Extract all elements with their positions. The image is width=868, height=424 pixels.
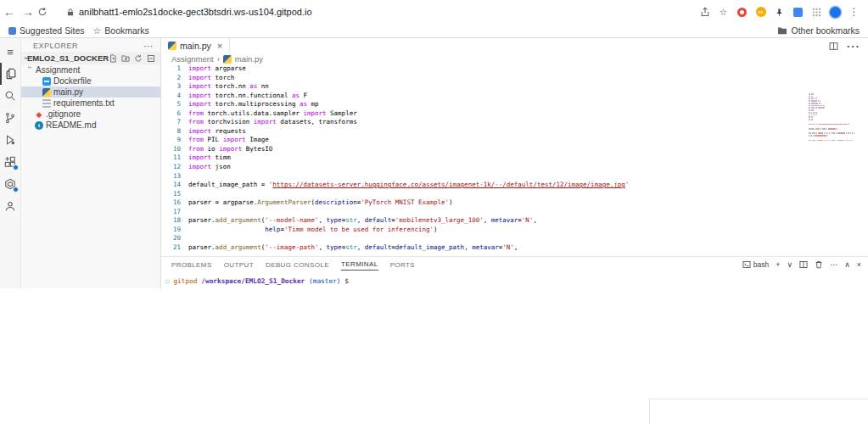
line-number: 18 (161, 216, 188, 226)
line-number: 10 (161, 145, 188, 154)
panel-more-actions-button[interactable]: ⋯ (830, 260, 837, 269)
explorer-more-actions-button[interactable]: ⋯ (144, 41, 154, 52)
code-line[interactable]: 11import timm (161, 153, 868, 163)
terminal[interactable]: ○ gitpod /workspace/EMLO2_S1_Docker (mas… (161, 271, 868, 285)
editor-more-actions-button[interactable]: ⋯ (846, 38, 860, 54)
readme-file-icon (35, 121, 43, 130)
folder-assignment[interactable]: ›Assignment (21, 64, 160, 75)
split-editor-button[interactable] (829, 42, 838, 51)
line-number: 3 (161, 82, 188, 92)
code-line[interactable]: 4import torch.nn.functional as F (161, 92, 868, 101)
code-editor[interactable]: 1import argparse2import torch3import tor… (161, 64, 868, 256)
panel-tab-terminal[interactable]: TERMINAL (341, 258, 378, 271)
menu-button[interactable]: ≡ (0, 41, 20, 63)
explorer-header: EXPLORER ⋯ (21, 38, 160, 52)
new-file-button[interactable] (109, 54, 117, 63)
code-line[interactable]: 5import torch.multiprocessing as mp (161, 100, 868, 109)
panel-tab-ports[interactable]: PORTS (390, 259, 415, 271)
code-line[interactable]: 3import torch.nn as nn (161, 82, 868, 92)
code-text: import torch.nn.functional as F (188, 92, 307, 101)
code-line[interactable]: 20 (161, 234, 868, 243)
extension-red[interactable] (736, 7, 748, 18)
file-main-py[interactable]: main.py (21, 86, 160, 98)
workspace-root-folder[interactable]: › EMLO2_S1_DOCKER (21, 52, 160, 64)
python-file-icon (42, 88, 51, 97)
breadcrumb-folder[interactable]: Assignment (171, 54, 214, 64)
maximize-panel-button[interactable]: ∧ (844, 260, 850, 269)
panel-tab-problems[interactable]: PROBLEMS (171, 259, 212, 271)
code-line[interactable]: 12import json (161, 163, 868, 172)
pin-extension[interactable] (774, 7, 785, 18)
code-line[interactable]: 16parser = argparse.ArgumentParser(descr… (161, 198, 868, 208)
tab-label: main.py (180, 41, 211, 51)
close-panel-button[interactable]: × (857, 260, 861, 269)
other-bookmarks[interactable]: Other bookmarks (777, 25, 868, 36)
gitpod-activity-button[interactable] (0, 173, 20, 195)
extension-blue[interactable] (792, 7, 804, 18)
file-label: requirements.txt (53, 98, 115, 108)
python-file-icon (168, 42, 176, 50)
breadcrumb-file[interactable]: main.py (235, 54, 263, 64)
blue-square-icon (793, 8, 803, 17)
source-control-activity-button[interactable] (0, 107, 20, 129)
minimap[interactable] (809, 93, 861, 142)
code-line[interactable]: 13 (161, 172, 868, 181)
search-activity-button[interactable] (0, 85, 20, 107)
code-line[interactable]: 10from io import BytesIO (161, 145, 868, 154)
shell-label: bash (753, 260, 769, 269)
code-line[interactable]: 21parser.add_argument('--image-path', ty… (161, 243, 868, 253)
code-line[interactable]: 8import requests (161, 127, 868, 137)
code-line[interactable]: 14default_image_path = 'https://datasets… (161, 181, 868, 190)
panel-tab-debug-console[interactable]: DEBUG CONSOLE (266, 259, 329, 271)
extensions-activity-button[interactable] (0, 151, 20, 173)
explorer-activity-button[interactable] (0, 63, 20, 85)
code-text: from torch.utils.data.sampler import Sam… (188, 109, 357, 119)
run-debug-activity-button[interactable] (0, 129, 20, 151)
code-line[interactable]: 19 help='Timm model to be used for infer… (161, 226, 868, 235)
split-terminal-button[interactable] (799, 260, 808, 269)
file-label: Dockerfile (53, 76, 91, 86)
new-terminal-button[interactable]: + (776, 260, 780, 269)
extension-orange[interactable]: co (755, 7, 766, 18)
browser-menu-button[interactable]: ⋮ (848, 7, 860, 18)
account-button[interactable] (0, 195, 20, 217)
panel-tab-output[interactable]: OUTPUT (224, 259, 254, 271)
line-number: 21 (161, 243, 188, 253)
terminal-dropdown-button[interactable]: ∨ (787, 260, 793, 269)
share-button[interactable] (699, 7, 710, 18)
account-icon (4, 200, 16, 212)
apps-button[interactable] (811, 7, 822, 18)
file-readme-md[interactable]: README.md (21, 120, 160, 131)
address-bar[interactable]: anilbhatt1-emlo2s1docke-gect3btsdri.ws-u… (66, 7, 312, 17)
file--gitignore[interactable]: .gitignore (21, 109, 160, 120)
url-text: anilbhatt1-emlo2s1docke-gect3btsdri.ws-u… (79, 7, 312, 17)
kill-terminal-button[interactable] (815, 260, 823, 269)
bookmark-star-button[interactable]: ☆ (718, 7, 729, 18)
shell-selector[interactable]: bash (742, 260, 769, 269)
tab-close-button[interactable]: × (217, 41, 222, 51)
collapse-folders-button[interactable] (147, 54, 155, 63)
code-line[interactable]: 18parser.add_argument('--model-name', ty… (161, 216, 868, 226)
new-folder-button[interactable] (121, 54, 130, 63)
code-line[interactable]: 9from PIL import Image (161, 136, 868, 145)
git-file-icon (35, 110, 43, 119)
code-line[interactable]: 17 (161, 208, 868, 217)
code-line[interactable]: 1import argparse (161, 64, 868, 74)
file-requirements-txt[interactable]: requirements.txt (21, 98, 160, 109)
forward-button[interactable]: → (19, 5, 37, 19)
code-line[interactable]: 15 (161, 190, 868, 199)
tab-main-py[interactable]: main.py × (161, 38, 230, 53)
back-button[interactable]: ← (0, 5, 19, 19)
reload-button[interactable] (37, 7, 56, 17)
refresh-explorer-button[interactable] (134, 54, 143, 63)
bookmark-bookmarks-folder[interactable]: ☆ Bookmarks (92, 25, 148, 36)
code-line[interactable]: 6from torch.utils.data.sampler import Sa… (161, 109, 868, 119)
code-line[interactable]: 7from torchvision import datasets, trans… (161, 118, 868, 127)
bookmark-suggested-sites[interactable]: Suggested Sites (8, 25, 84, 36)
code-lines: 1import argparse2import torch3import tor… (161, 64, 868, 252)
file-dockerfile[interactable]: Dockerfile (21, 75, 160, 86)
file-label: .gitignore (46, 109, 81, 119)
code-line[interactable]: 2import torch (161, 74, 868, 83)
profile-button[interactable] (830, 7, 841, 18)
bookmarks-bar: Suggested Sites ☆ Bookmarks Other bookma… (0, 24, 868, 38)
